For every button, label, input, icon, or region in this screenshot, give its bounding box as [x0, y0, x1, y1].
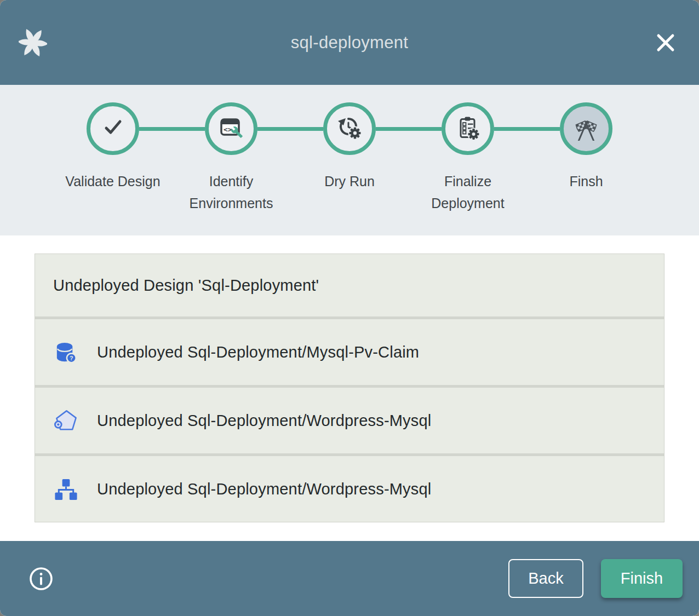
results-content: Undeployed Design 'Sql-Deployment' ? Und…	[0, 235, 699, 541]
dialog-title: sql-deployment	[0, 33, 699, 53]
wizard-stepper: Validate Design <> I	[0, 85, 699, 235]
close-icon[interactable]	[653, 30, 678, 55]
step-validate-design: Validate Design	[54, 102, 172, 214]
step-label: Finalize Deployment	[413, 170, 523, 214]
step-circle	[560, 102, 612, 155]
deployment-results-panel: Undeployed Design 'Sql-Deployment' ? Und…	[35, 254, 664, 522]
hierarchy-icon	[53, 476, 79, 502]
step-circle: <>	[205, 102, 257, 155]
result-row-wordpress-mysql-service: Undeployed Sql-Deployment/Wordpress-Mysq…	[35, 388, 664, 453]
pentagon-service-icon	[53, 408, 79, 434]
code-wrench-icon: <>	[218, 114, 244, 143]
dialog-footer: Back Finish	[0, 541, 699, 616]
step-dry-run: Dry Run	[290, 102, 409, 214]
database-question-icon: ?	[53, 339, 79, 365]
result-row-wordpress-mysql-tree: Undeployed Sql-Deployment/Wordpress-Mysq…	[35, 456, 664, 522]
step-identify-environments: <> Identify Environments	[172, 102, 290, 214]
back-button[interactable]: Back	[508, 559, 583, 598]
info-icon[interactable]	[28, 566, 54, 591]
clipboard-gear-icon	[455, 114, 481, 143]
step-finish: Finsh	[527, 102, 645, 214]
svg-text:?: ?	[70, 355, 73, 361]
checkered-flags-icon	[573, 114, 599, 143]
result-text: Undeployed Sql-Deployment/Mysql-Pv-Claim	[97, 343, 419, 361]
history-gear-icon	[336, 114, 363, 143]
step-label: Validate Design	[65, 170, 160, 192]
step-finalize-deployment: Finalize Deployment	[409, 102, 527, 214]
result-row-mysql-pv-claim: ? Undeployed Sql-Deployment/Mysql-Pv-Cla…	[35, 319, 664, 385]
result-text: Undeployed Sql-Deployment/Wordpress-Mysq…	[97, 412, 431, 430]
dialog-header: sql-deployment	[0, 0, 699, 85]
result-text: Undeployed Design 'Sql-Deployment'	[53, 277, 319, 295]
step-circle	[323, 102, 376, 155]
result-text: Undeployed Sql-Deployment/Wordpress-Mysq…	[97, 480, 431, 498]
svg-text:<>: <>	[224, 125, 232, 134]
deployment-wizard-dialog: sql-deployment Validate Design	[0, 0, 699, 616]
step-circle	[442, 102, 494, 155]
finish-button[interactable]: Finish	[601, 559, 683, 598]
step-label: Identify Environments	[176, 170, 286, 214]
step-circle	[87, 102, 139, 155]
check-icon	[100, 114, 126, 143]
result-row-design: Undeployed Design 'Sql-Deployment'	[35, 254, 664, 316]
step-label: Finsh	[569, 170, 603, 192]
step-label: Dry Run	[324, 170, 375, 192]
